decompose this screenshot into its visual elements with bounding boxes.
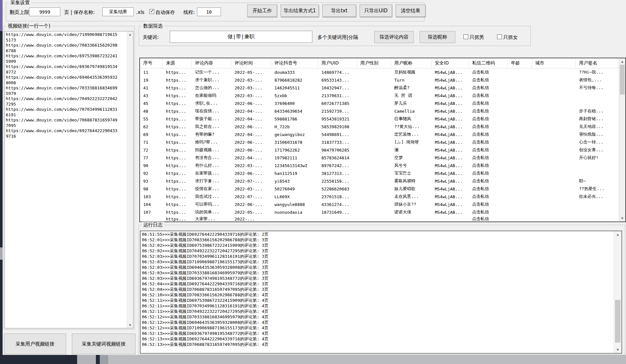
dm-link-cell[interactable]: 点击私信 xyxy=(469,185,508,193)
table-cell: MS4wLjAB... xyxy=(432,99,469,107)
collect-user-videos-button[interactable]: 采集用户视频链接 xyxy=(4,334,66,354)
taskbar-button[interactable] xyxy=(77,355,96,364)
column-header-8[interactable]: 安全ID xyxy=(432,58,469,68)
dm-link-cell[interactable]: 点击私信 xyxy=(469,68,508,76)
column-header-4[interactable]: 评论抖音号 xyxy=(271,58,318,68)
column-header-2[interactable]: 评论内容 xyxy=(192,58,231,68)
table-cell: 甜妹小言?? xyxy=(391,200,432,208)
save-name-input[interactable]: 采集结果 xyxy=(102,7,134,16)
dm-link-cell[interactable]: 点击私信 xyxy=(469,169,508,177)
column-header-10[interactable]: 年龄 xyxy=(508,58,532,68)
table-row-partial[interactable]: https...大家带...2022-...点击私信 xyxy=(140,216,625,222)
dm-link-cell[interactable]: 点击私信 xyxy=(469,162,508,169)
scrollbar-thumb[interactable] xyxy=(620,65,625,95)
table-cell xyxy=(508,123,532,131)
table-cell: 不亏待每... xyxy=(576,84,618,92)
table-row[interactable]: 72https...拍摄视频...2022-06-...171796226298… xyxy=(140,146,625,154)
female-only-label: 只抓女 xyxy=(503,34,518,40)
column-header-5[interactable]: 用户UID xyxy=(318,58,357,68)
column-header-12[interactable]: 用户签名 xyxy=(576,58,618,68)
dm-link-cell[interactable]: 点击私信 xyxy=(469,99,508,107)
table-row[interactable]: 45https...求职,在...2022-06-...376964006072… xyxy=(140,99,625,107)
male-only-checkbox[interactable] xyxy=(463,34,468,39)
scroll-down-icon[interactable]: ▼ xyxy=(614,347,621,353)
taskbar-button-2[interactable] xyxy=(100,355,108,364)
column-header-0[interactable]: 序号 xyxy=(140,58,163,68)
table-cell xyxy=(508,92,532,99)
table-cell xyxy=(357,154,391,162)
table-cell: 77 xyxy=(140,154,163,162)
video-links-scrollbar[interactable]: ▲ ▼ xyxy=(127,31,133,328)
table-cell: han112519 xyxy=(271,169,318,177)
scroll-up-icon[interactable]: ▲ xyxy=(127,31,133,37)
table-row[interactable]: 69https...有带的嘛?2022-04-...geiwangyiboz54… xyxy=(140,131,625,138)
run-log-textarea[interactable]: 06:51:55>>>采集视频ID6927644222904339716的评论第… xyxy=(140,231,622,354)
settings-button-3[interactable]: 只导出UID xyxy=(360,5,392,17)
dm-link-cell[interactable]: 点击私信 xyxy=(469,84,508,92)
autosave-checkbox[interactable] xyxy=(149,9,154,14)
table-cell: 有没有合... xyxy=(192,154,231,162)
table-row[interactable]: 107https...说的简单...2022-05-...nuonuodaxia… xyxy=(140,208,625,216)
table-row[interactable]: 77https...有没有合...2022-04-...197982111857… xyxy=(140,154,625,162)
filter-nickname-button[interactable]: 筛选昵称 xyxy=(420,31,455,43)
table-row[interactable]: 103https...我也试过...2022-07-...LL669X23701… xyxy=(140,193,625,200)
table-cell: https... xyxy=(163,208,192,216)
scroll-down-icon[interactable]: ▼ xyxy=(127,322,133,328)
column-header-6[interactable]: 用户性别 xyxy=(357,58,391,68)
dm-link-cell[interactable]: 点击私信 xyxy=(469,193,508,200)
table-cell: MS4wLjAB... xyxy=(432,185,469,193)
dm-link-cell[interactable]: 点击私信 xyxy=(469,200,508,208)
table-cell xyxy=(508,84,532,92)
table-row[interactable]: 62https...我之前在...2022-06-...H_722b585398… xyxy=(140,123,625,131)
collect-keyword-videos-button[interactable]: 采集关键词视频链接 xyxy=(72,334,135,354)
filter-comment-button[interactable]: 筛选评论内容 xyxy=(374,31,414,43)
table-row[interactable]: 92https...在家带孩...2022-06-...han112519381… xyxy=(140,169,625,177)
table-row[interactable]: 90https...有什么好...2022-03-...12345613143w… xyxy=(140,162,625,169)
thread-input[interactable]: 10 xyxy=(197,7,221,16)
column-header-11[interactable]: 城市 xyxy=(532,58,576,68)
dm-link-cell[interactable]: 点击私信 xyxy=(469,208,508,216)
column-header-3[interactable]: 评论时间 xyxy=(231,58,271,68)
dm-link-cell[interactable]: 点击私信 xyxy=(469,92,508,99)
dm-link-cell[interactable]: 点击私信 xyxy=(469,76,508,84)
column-header-1[interactable]: 来源 xyxy=(163,58,192,68)
table-row[interactable]: 48https...现在疫情...2022-04-...643346396542… xyxy=(140,107,625,115)
settings-button-0[interactable]: 开始工作 xyxy=(247,5,277,17)
scroll-up-icon[interactable]: ▲ xyxy=(614,232,621,237)
table-row[interactable]: 11https...记住一个...2022-05-...douma3331486… xyxy=(140,68,625,76)
table-row[interactable]: 104https...可以带吗...2022-06-...wangyule888… xyxy=(140,200,625,208)
table-row[interactable]: 55https...带孩子能...2022-04-...598881786955… xyxy=(140,115,625,123)
dm-link-cell[interactable]: 点击私信 xyxy=(469,138,508,146)
dm-link-cell[interactable]: 点击私信 xyxy=(469,154,508,162)
table-row[interactable]: 41https...怎么做的...2022-03-...146204551110… xyxy=(140,84,625,92)
dm-link-cell[interactable]: 点击私信 xyxy=(469,177,508,185)
scroll-up-icon[interactable]: ▲ xyxy=(619,59,625,64)
dm-link-cell[interactable]: 点击私信 xyxy=(469,216,508,222)
scroll-down-icon[interactable]: ▼ xyxy=(619,215,625,221)
video-links-textarea[interactable]: https://www.douyin.com/video/71090698871… xyxy=(5,31,133,328)
female-only-checkbox[interactable] xyxy=(497,34,502,39)
background-window-strip xyxy=(0,0,3,364)
scrollbar-thumb[interactable] xyxy=(615,300,620,343)
dm-link-cell[interactable]: 点击私信 xyxy=(469,107,508,115)
settings-button-2[interactable]: 导出txt xyxy=(322,5,356,17)
table-row[interactable]: 71https...难吗?带...2022-06-...315060316783… xyxy=(140,138,625,146)
table-row[interactable]: 43https...在家能做吗2022-03-...5zxbb21370631.… xyxy=(140,92,625,99)
dm-link-cell[interactable]: 点击私信 xyxy=(469,115,508,123)
dm-link-cell[interactable]: 点击私信 xyxy=(469,123,508,131)
table-cell: https... xyxy=(163,123,192,131)
table-row[interactable]: 93https...求打字兼...2022-07-...yi6543225581… xyxy=(140,177,625,185)
page-limit-input[interactable]: 9999 xyxy=(29,7,60,16)
table-row[interactable]: 19https...求个兼职...2022-03-...879668182826… xyxy=(140,76,625,84)
column-header-7[interactable]: 用户昵称 xyxy=(391,58,432,68)
results-table-scrollbar[interactable]: ▲ ▼ xyxy=(619,58,626,222)
table-row[interactable]: 98https...疫情在家...2022-03-...502760495228… xyxy=(140,185,625,193)
run-log-scrollbar[interactable]: ▲ ▼ xyxy=(614,231,621,353)
results-table[interactable]: 序号来源评论内容评论时间评论抖音号用户UID用户性别用户昵称安全ID私信二维码年… xyxy=(139,58,626,222)
keyword-input[interactable]: 做|带|兼职 xyxy=(170,31,312,43)
settings-button-4[interactable]: 清空结果 xyxy=(396,5,425,17)
dm-link-cell[interactable]: 点击私信 xyxy=(469,146,508,154)
dm-link-cell[interactable]: 点击私信 xyxy=(469,131,508,138)
settings-button-1[interactable]: 导出结果方式1 xyxy=(281,5,319,17)
column-header-9[interactable]: 私信二维码 xyxy=(469,58,508,68)
